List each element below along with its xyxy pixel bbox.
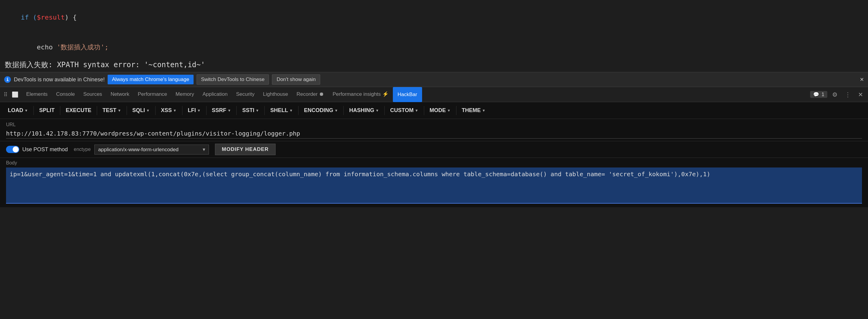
enctype-select[interactable]: application/x-www-form-urlencoded multip…: [94, 145, 209, 154]
test-caret: ▼: [118, 108, 121, 113]
encoding-caret: ▼: [334, 108, 338, 113]
post-section: Use POST method enctype application/x-ww…: [0, 141, 868, 158]
more-options-icon[interactable]: ⋮: [842, 90, 853, 99]
shell-button[interactable]: SHELL ▼: [266, 105, 297, 116]
badge-icon: 💬: [813, 92, 819, 97]
code-line-1: if ($result) {: [5, 2, 863, 32]
lfi-button[interactable]: LFI ▼: [184, 105, 205, 116]
xss-caret: ▼: [173, 108, 177, 113]
separator-6: [182, 106, 182, 115]
hackbar-toolbar: LOAD ▼ SPLIT EXECUTE TEST ▼ SQLI ▼ XSS ▼…: [0, 102, 868, 119]
post-toggle-wrap: Use POST method: [6, 146, 68, 153]
separator-4: [127, 106, 127, 115]
tab-console[interactable]: Console: [52, 87, 79, 102]
tab-icon-group: ⠿ ⬜: [2, 90, 20, 99]
separator-2: [60, 106, 60, 115]
tab-application[interactable]: Application: [198, 87, 232, 102]
shell-caret: ▼: [289, 108, 293, 113]
theme-button[interactable]: THEME ▼: [458, 105, 490, 116]
hashing-caret: ▼: [375, 108, 379, 113]
settings-icon[interactable]: ⚙: [830, 90, 840, 99]
tab-performance-insights[interactable]: Performance insights ⚡: [328, 87, 393, 102]
sqli-caret: ▼: [146, 108, 150, 113]
url-input[interactable]: [6, 129, 862, 139]
body-label: Body: [6, 160, 862, 166]
tab-right-controls: 💬 1 ⚙ ⋮ ✕: [810, 90, 866, 99]
enctype-select-wrap: application/x-www-form-urlencoded multip…: [94, 145, 209, 154]
post-method-label: Use POST method: [22, 146, 68, 153]
tab-elements[interactable]: Elements: [22, 87, 52, 102]
always-match-language-button[interactable]: Always match Chrome's language: [107, 75, 193, 84]
url-label: URL: [6, 122, 862, 128]
body-section: Body: [0, 158, 868, 207]
close-devtools-icon[interactable]: ✕: [856, 90, 866, 99]
execute-button[interactable]: EXECUTE: [62, 105, 96, 116]
tab-recorder[interactable]: Recorder ⏺: [292, 87, 329, 102]
tab-lighthouse[interactable]: Lighthouse: [259, 87, 292, 102]
sqli-button[interactable]: SQLI ▼: [128, 105, 154, 116]
info-icon: i: [4, 76, 11, 83]
separator-5: [155, 106, 156, 115]
devtools-message: DevTools is now available in Chinese!: [14, 76, 104, 83]
separator-9: [265, 106, 265, 115]
separator-12: [384, 106, 385, 115]
code-line-2: echo '数据插入成功';: [5, 32, 863, 59]
separator-8: [236, 106, 237, 115]
dont-show-again-button[interactable]: Don't show again: [272, 74, 320, 85]
load-button[interactable]: LOAD ▼: [4, 105, 32, 116]
post-method-toggle[interactable]: [6, 146, 19, 153]
custom-caret: ▼: [415, 108, 418, 113]
theme-caret: ▼: [482, 108, 486, 113]
body-textarea[interactable]: [6, 168, 862, 204]
ssrf-caret: ▼: [228, 108, 231, 113]
xss-button[interactable]: XSS ▼: [157, 105, 181, 116]
toggle-knob: [13, 146, 19, 152]
separator-7: [206, 106, 207, 115]
modify-header-button[interactable]: MODIFY HEADER: [215, 144, 276, 155]
ssti-button[interactable]: SSTI ▼: [238, 105, 263, 116]
ssrf-button[interactable]: SSRF ▼: [208, 105, 236, 116]
error-text: 数据插入失败: XPATH syntax error: '~content,id…: [5, 61, 205, 69]
device-toggle-icon[interactable]: ⬜: [10, 90, 20, 99]
tab-memory[interactable]: Memory: [171, 87, 198, 102]
url-section: URL: [0, 119, 868, 141]
mode-button[interactable]: MODE ▼: [425, 105, 455, 116]
separator-3: [97, 106, 97, 115]
tab-performance[interactable]: Performance: [133, 87, 171, 102]
separator-14: [456, 106, 457, 115]
separator-13: [424, 106, 424, 115]
separator-1: [33, 106, 34, 115]
encoding-button[interactable]: ENCODING ▼: [300, 105, 342, 116]
hashing-button[interactable]: HASHING ▼: [345, 105, 383, 116]
tab-sources[interactable]: Sources: [79, 87, 106, 102]
devtools-notification-bar: i DevTools is now available in Chinese! …: [0, 72, 868, 87]
enctype-label: enctype: [74, 147, 91, 152]
error-output: 数据插入失败: XPATH syntax error: '~content,id…: [0, 59, 868, 72]
mode-caret: ▼: [447, 108, 451, 113]
notification-badge[interactable]: 💬 1: [810, 91, 827, 98]
devtools-tabs-bar: ⠿ ⬜ Elements Console Sources Network Per…: [0, 87, 868, 102]
tab-network[interactable]: Network: [106, 87, 133, 102]
custom-button[interactable]: CUSTOM ▼: [386, 105, 423, 116]
split-button[interactable]: SPLIT: [35, 105, 59, 116]
ssti-caret: ▼: [255, 108, 259, 113]
separator-10: [298, 106, 299, 115]
load-caret: ▼: [24, 108, 28, 113]
notification-close-button[interactable]: ×: [860, 76, 864, 83]
customize-devtools-icon[interactable]: ⠿: [2, 90, 9, 99]
separator-11: [343, 106, 344, 115]
tab-security[interactable]: Security: [232, 87, 259, 102]
switch-to-chinese-button[interactable]: Switch DevTools to Chinese: [196, 74, 269, 85]
code-editor: if ($result) { echo '数据插入成功'; } else { e…: [0, 0, 868, 59]
lfi-caret: ▼: [197, 108, 201, 113]
enctype-wrap: enctype application/x-www-form-urlencode…: [74, 145, 209, 154]
tab-hackbar[interactable]: HackBar: [393, 87, 422, 102]
test-button[interactable]: TEST ▼: [98, 105, 125, 116]
